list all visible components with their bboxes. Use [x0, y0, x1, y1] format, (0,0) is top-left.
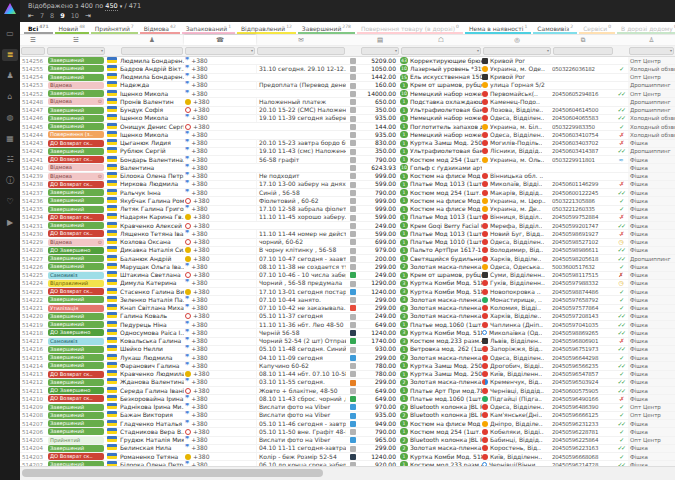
message-icon[interactable]	[350, 173, 356, 179]
tab-8[interactable]: Нема в наявності1	[465, 22, 531, 34]
message-icon[interactable]	[350, 157, 356, 163]
message-icon[interactable]	[350, 58, 356, 64]
message-icon[interactable]	[350, 264, 356, 270]
message-icon[interactable]	[350, 256, 356, 262]
message-icon[interactable]	[350, 206, 356, 212]
message-icon[interactable]	[350, 83, 356, 89]
message-icon[interactable]	[350, 363, 356, 369]
message-icon[interactable]	[350, 215, 356, 221]
tab-4[interactable]: Запакований1	[182, 22, 235, 34]
message-icon[interactable]	[350, 223, 356, 229]
tab-1[interactable]: Новий48	[55, 22, 89, 34]
orders-menu-icon[interactable]: ≣	[2, 49, 18, 61]
chevron-down-icon[interactable]: ▾	[251, 48, 253, 54]
tab-10[interactable]: Сервіси0	[579, 22, 615, 34]
message-icon[interactable]	[350, 239, 356, 245]
message-icon[interactable]	[350, 338, 356, 344]
message-icon[interactable]	[350, 281, 356, 287]
info-icon[interactable]: ⓘ	[2, 175, 18, 187]
message-icon[interactable]	[350, 371, 356, 377]
tab-5[interactable]: Відправлений12	[237, 22, 296, 34]
skip-end-icon[interactable]: ⇥	[85, 11, 91, 21]
tab-0[interactable]: Всі471	[24, 22, 53, 34]
message-icon[interactable]	[350, 413, 356, 419]
horizontal-scrollbar-track[interactable]	[20, 466, 675, 480]
media-icon[interactable]: ▶	[2, 217, 18, 229]
filter-input[interactable]	[553, 47, 613, 55]
message-icon[interactable]	[350, 396, 356, 402]
status-icon[interactable]: ☱	[46, 35, 106, 45]
reports-icon[interactable]: ▦	[2, 133, 18, 145]
page-8[interactable]: 8	[50, 11, 54, 21]
tracking-icon[interactable]: ⧉	[552, 35, 614, 45]
page-7[interactable]: 7	[40, 11, 44, 21]
tab-3[interactable]: Відмова42	[140, 22, 180, 34]
filter-input[interactable]	[21, 47, 45, 55]
settings-icon[interactable]: ☵	[2, 154, 18, 166]
message-icon[interactable]	[350, 355, 356, 361]
phone-icon[interactable]: ☎	[184, 35, 256, 45]
payment-icon[interactable]: ▤	[360, 35, 400, 45]
tab-7[interactable]: Повернення товару (в дорозі)0	[357, 22, 463, 34]
message-icon[interactable]	[350, 314, 356, 320]
chevron-down-icon[interactable]: ▾	[670, 48, 672, 54]
message-icon[interactable]	[350, 116, 356, 122]
chevron-down-icon[interactable]: ▾	[101, 48, 103, 54]
message-icon[interactable]	[350, 182, 356, 188]
horizontal-scrollbar-thumb[interactable]	[22, 469, 323, 477]
message-icon[interactable]	[350, 198, 356, 204]
contacts-icon[interactable]: ♟	[2, 70, 18, 82]
message-icon[interactable]	[350, 66, 356, 72]
page-9[interactable]: 9	[60, 11, 65, 21]
message-icon[interactable]	[350, 248, 356, 254]
message-icon[interactable]	[350, 190, 356, 196]
filter-input[interactable]	[121, 47, 183, 55]
message-icon[interactable]	[350, 289, 356, 295]
filter-input[interactable]: ▾	[401, 47, 481, 55]
page-10[interactable]: 10	[71, 11, 79, 21]
favorites-icon[interactable]: ♡	[2, 196, 18, 208]
filter-input[interactable]: ▾	[47, 47, 105, 55]
monitor-icon[interactable]: ▭	[2, 28, 18, 40]
chevron-down-icon[interactable]: ▾	[547, 48, 549, 54]
message-icon[interactable]	[350, 165, 356, 171]
chevron-down-icon[interactable]: ▾	[477, 48, 479, 54]
tab-6[interactable]: Завершений278	[298, 22, 355, 34]
message-icon[interactable]	[350, 149, 356, 155]
message-icon[interactable]	[350, 91, 356, 97]
home-icon[interactable]: ⌂	[2, 91, 18, 103]
message-icon[interactable]	[350, 99, 356, 105]
filter-input[interactable]: ▾	[185, 47, 255, 55]
chevron-down-icon[interactable]: ▾	[395, 48, 397, 54]
tab-9[interactable]: Самовивіз2	[533, 22, 577, 34]
message-icon[interactable]	[350, 421, 356, 427]
tab-11[interactable]: В дорозі додому0	[617, 22, 675, 34]
message-icon[interactable]	[350, 140, 356, 146]
app-logo-icon[interactable]	[4, 3, 16, 14]
customer-icon[interactable]: ♟	[120, 35, 184, 45]
message-icon[interactable]	[350, 429, 356, 435]
message-icon[interactable]	[350, 347, 356, 353]
delivery-icon[interactable]: ◎	[482, 35, 552, 45]
message-icon[interactable]	[350, 231, 356, 237]
message-icon[interactable]	[350, 322, 356, 328]
filter-input[interactable]: ▾	[361, 47, 399, 55]
message-icon[interactable]	[350, 446, 356, 452]
filter-input[interactable]	[257, 47, 345, 55]
comment-icon[interactable]: ✉	[256, 35, 346, 45]
message-icon[interactable]	[350, 380, 356, 386]
announcements-icon[interactable]: ◍	[2, 112, 18, 124]
message-icon[interactable]	[350, 132, 356, 138]
skip-start-icon[interactable]: ⇤	[28, 11, 34, 21]
message-icon[interactable]	[350, 404, 356, 410]
filter-input[interactable]: ▾	[629, 47, 674, 55]
order-icon[interactable]: ☰	[20, 35, 46, 45]
message-icon[interactable]	[350, 437, 356, 443]
message-icon[interactable]	[350, 74, 356, 80]
source-icon[interactable]: ♙	[628, 35, 675, 45]
per-page-selector[interactable]: 450	[105, 2, 117, 11]
message-icon[interactable]	[350, 124, 356, 130]
message-icon[interactable]	[350, 107, 356, 113]
message-icon[interactable]	[350, 297, 356, 303]
chevron-down-icon[interactable]: ▾	[120, 3, 123, 9]
